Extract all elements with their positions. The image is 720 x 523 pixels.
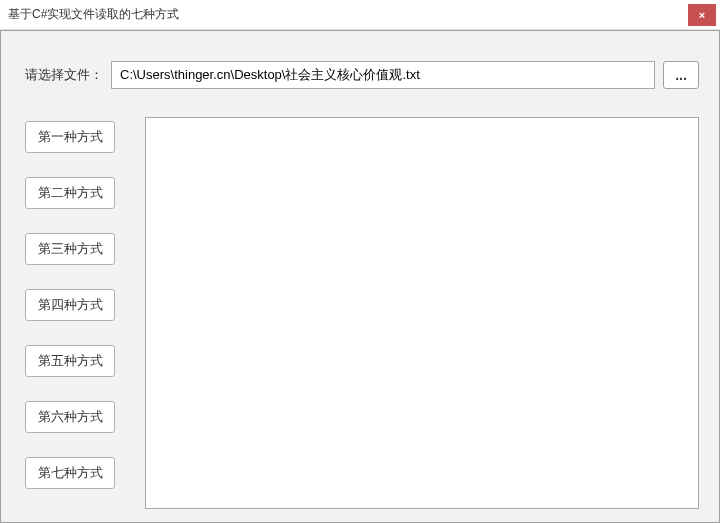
method-7-button[interactable]: 第七种方式 bbox=[25, 457, 115, 489]
content-area: 请选择文件： ... 第一种方式 第二种方式 第三种方式 第四种方式 第五种方式… bbox=[0, 30, 720, 523]
ellipsis-icon: ... bbox=[675, 67, 687, 83]
method-2-button[interactable]: 第二种方式 bbox=[25, 177, 115, 209]
file-select-label: 请选择文件： bbox=[25, 66, 103, 84]
output-textarea[interactable] bbox=[145, 117, 699, 509]
close-button[interactable]: × bbox=[688, 4, 716, 26]
file-path-input[interactable] bbox=[111, 61, 655, 89]
method-3-button[interactable]: 第三种方式 bbox=[25, 233, 115, 265]
method-5-button[interactable]: 第五种方式 bbox=[25, 345, 115, 377]
browse-button[interactable]: ... bbox=[663, 61, 699, 89]
window-title: 基于C#实现文件读取的七种方式 bbox=[8, 6, 179, 23]
titlebar: 基于C#实现文件读取的七种方式 × bbox=[0, 0, 720, 30]
method-4-button[interactable]: 第四种方式 bbox=[25, 289, 115, 321]
close-icon: × bbox=[699, 9, 705, 21]
main-row: 第一种方式 第二种方式 第三种方式 第四种方式 第五种方式 第六种方式 第七种方… bbox=[25, 117, 699, 509]
method-1-button[interactable]: 第一种方式 bbox=[25, 121, 115, 153]
method-6-button[interactable]: 第六种方式 bbox=[25, 401, 115, 433]
method-button-column: 第一种方式 第二种方式 第三种方式 第四种方式 第五种方式 第六种方式 第七种方… bbox=[25, 117, 115, 509]
file-select-row: 请选择文件： ... bbox=[25, 61, 699, 89]
